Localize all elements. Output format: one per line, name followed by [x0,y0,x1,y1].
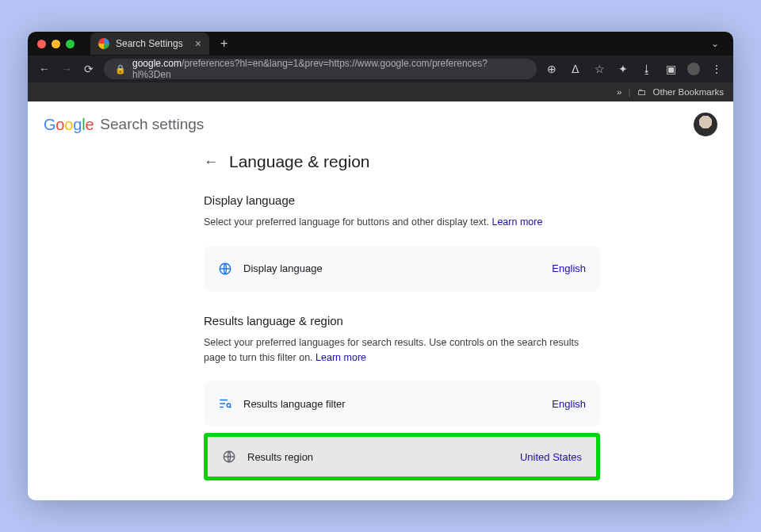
window-controls[interactable] [37,40,75,48]
row-label: Results region [247,451,509,463]
google-logo[interactable]: Google [44,116,94,134]
globe-solid-icon [222,450,236,464]
new-tab-button[interactable]: + [216,36,232,51]
learn-more-link[interactable]: Learn more [491,216,542,228]
display-language-row[interactable]: Display language English [204,249,600,289]
bookmark-star-icon[interactable]: ☆ [592,63,606,75]
tab-list-chevron-icon[interactable]: ⌄ [706,38,724,49]
page-content: Google Search settings ← Language & regi… [28,101,733,500]
account-avatar[interactable] [694,113,717,136]
other-bookmarks-folder[interactable]: Other Bookmarks [653,87,724,97]
address-bar[interactable]: 🔒 google.com/preferences?hl=en&lang=1&pr… [104,59,537,79]
svg-point-1 [227,404,231,408]
highlighted-results-region: Results region United States [204,433,600,480]
results-language-card: Results language filter English [204,381,600,427]
bookmarks-bar: » | 🗀 Other Bookmarks [28,82,733,101]
section-heading-results-language-region: Results language & region [204,314,600,327]
row-label: Display language [243,262,541,274]
section-description: Select your preferred languages for sear… [204,335,600,366]
browser-window: Search Settings × + ⌄ ← → ⟳ 🔒 google.com… [28,32,733,500]
lock-icon: 🔒 [115,64,126,75]
window-close-icon[interactable] [37,40,46,48]
page-title: Language & region [229,152,370,171]
zoom-icon[interactable]: ⊕ [545,63,559,75]
download-icon[interactable]: ⭳ [640,63,654,75]
nav-reload-icon[interactable]: ⟳ [82,63,96,75]
row-value: English [552,398,586,410]
extensions-icon[interactable]: ✦ [616,63,630,75]
header-subtitle: Search settings [100,116,204,133]
menu-kebab-icon[interactable]: ⋮ [709,63,724,75]
globe-icon [218,262,232,276]
row-label: Results language filter [243,398,541,410]
folder-icon: 🗀 [637,87,647,97]
profile-avatar-icon[interactable] [687,63,700,75]
row-value: United States [520,451,582,463]
favicon-icon [98,38,109,49]
settings-panel: ← Language & region Display language Sel… [204,152,624,480]
filter-search-icon [218,396,232,411]
browser-chrome: Search Settings × + ⌄ ← → ⟳ 🔒 google.com… [28,32,733,101]
tab-close-icon[interactable]: × [195,38,201,49]
tab-title: Search Settings [116,38,189,49]
results-region-row[interactable]: Results region United States [208,437,596,477]
bookmarks-overflow-icon[interactable]: » [617,87,621,97]
nav-forward-icon: → [59,63,74,75]
toolbar-right: ⊕ ᐃ ☆ ✦ ⭳ ▣ ⋮ [545,63,724,75]
google-header: Google Search settings [28,101,733,147]
window-zoom-icon[interactable] [66,40,75,48]
tab-strip: Search Settings × + ⌄ [28,32,733,55]
share-icon[interactable]: ᐃ [568,63,583,75]
row-value: English [552,262,586,274]
display-language-card: Display language English [204,246,600,292]
learn-more-link[interactable]: Learn more [315,352,366,363]
section-heading-display-language: Display language [204,193,600,207]
back-arrow-icon[interactable]: ← [204,154,218,170]
url-text: google.com/preferences?hl=en&lang=1&prev… [132,59,526,79]
nav-back-icon[interactable]: ← [37,63,52,75]
browser-toolbar: ← → ⟳ 🔒 google.com/preferences?hl=en&lan… [28,55,733,82]
browser-tab[interactable]: Search Settings × [90,33,209,55]
results-language-filter-row[interactable]: Results language filter English [204,384,600,423]
section-description: Select your preferred language for butto… [204,215,600,230]
window-minimize-icon[interactable] [52,40,60,48]
reading-list-icon[interactable]: ▣ [663,63,678,75]
